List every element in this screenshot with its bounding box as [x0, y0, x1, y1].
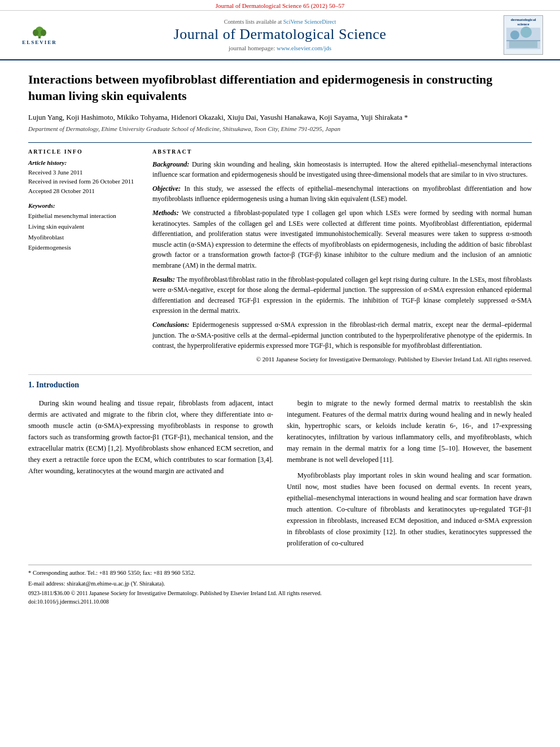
svg-point-5: [510, 30, 519, 40]
abstract-text: Background: During skin wounding and hea…: [152, 159, 532, 364]
homepage-label: journal homepage:: [229, 45, 275, 51]
intro-left-col: During skin wound healing and tissue rep…: [28, 397, 273, 553]
svg-point-6: [520, 27, 532, 38]
email-note: E-mail address: shirakat@m.ehime-u.ac.jp…: [28, 579, 532, 588]
introduction-section: 1. Introduction During skin wound healin…: [28, 381, 532, 553]
page-footer: * Corresponding author. Tel.: +81 89 960…: [28, 565, 532, 605]
elsevier-wordmark: ELSEVIER: [22, 40, 57, 45]
methods-label: Methods:: [152, 209, 179, 217]
keyword-3: Myofibroblast: [28, 232, 141, 243]
intro-p2-text: begin to migrate to the newly formed der…: [287, 397, 532, 465]
abstract-results: Results: The myofibroblast/fibroblast ra…: [152, 274, 532, 316]
keywords-block: Keywords: Epithelial mesenchymal interac…: [28, 202, 141, 253]
journal-title-area: Contents lists available at SciVerse Sci…: [68, 19, 492, 51]
elsevier-tree-icon: [31, 24, 48, 40]
cover-label: dermatological science: [505, 18, 541, 27]
introduction-body: During skin wound healing and tissue rep…: [28, 397, 532, 553]
section-divider: [28, 374, 532, 375]
introduction-title: 1. Introduction: [28, 381, 532, 390]
corresponding-author-note: * Corresponding author. Tel.: +81 89 960…: [28, 569, 532, 578]
keyword-1: Epithelial mesenchymal interaction: [28, 211, 141, 221]
intro-paragraph-1: During skin wound healing and tissue rep…: [28, 397, 273, 477]
background-label: Background:: [152, 160, 189, 168]
background-text: During skin wounding and healing, skin h…: [152, 160, 532, 179]
authors-text: Lujun Yang, Koji Hashimoto, Mikiko Tohya…: [28, 113, 408, 121]
cover-thumbnail-area: dermatological science: [492, 15, 543, 55]
accepted-date: Accepted 28 October 2011: [28, 186, 141, 196]
elsevier-logo: ELSEVIER: [17, 24, 62, 46]
abstract-copyright: © 2011 Japanese Society for Investigativ…: [152, 355, 532, 364]
abstract-objective: Objective: In this study, we assessed th…: [152, 184, 532, 204]
article-history-block: Article history: Received 3 June 2011 Re…: [28, 159, 141, 196]
sciverse-prefix: Contents lists available at: [224, 19, 282, 25]
article-info-abstract-section: ARTICLE INFO Article history: Received 3…: [28, 142, 532, 364]
keyword-4: Epidermogenesis: [28, 242, 141, 253]
authors-line: Lujun Yang, Koji Hashimoto, Mikiko Tohya…: [28, 112, 532, 123]
abstract-background: Background: During skin wounding and hea…: [152, 159, 532, 180]
objective-text: In this study, we assessed the effects o…: [152, 185, 532, 203]
methods-text: We constructed a fibroblast-populated ty…: [152, 209, 532, 269]
keyword-2: Living skin equivalent: [28, 221, 141, 232]
svg-point-2: [33, 29, 38, 36]
results-label: Results:: [152, 276, 175, 283]
intro-p1-text: During skin wound healing and tissue rep…: [28, 397, 273, 477]
svg-point-3: [41, 29, 46, 36]
history-label: Article history:: [28, 159, 141, 166]
homepage-url[interactable]: www.elsevier.com/jds: [277, 45, 331, 51]
received-date: Received 3 June 2011: [28, 168, 141, 177]
abstract-conclusions: Conclusions: Epidermogenesis suppressed …: [152, 320, 532, 351]
sciverse-line: Contents lists available at SciVerse Sci…: [68, 19, 492, 25]
elsevier-logo-area: ELSEVIER: [17, 24, 68, 46]
conclusions-label: Conclusions:: [152, 321, 189, 329]
article-info-column: ARTICLE INFO Article history: Received 3…: [28, 148, 141, 364]
conclusions-text: Epidermogenesis suppressed α-SMA express…: [152, 321, 532, 350]
intro-right-text: begin to migrate to the newly formed der…: [287, 397, 532, 549]
objective-label: Objective:: [152, 185, 181, 193]
bottom-copyright: 0923-1811/$36.00 © 2011 Japanese Society…: [28, 590, 532, 596]
intro-right-col: begin to migrate to the newly formed der…: [287, 397, 532, 553]
journal-homepage-line: journal homepage: www.elsevier.com/jds: [68, 45, 492, 51]
journal-main-title: Journal of Dermatological Science: [68, 26, 492, 43]
results-text: The myofibroblast/fibroblast ratio in th…: [152, 276, 532, 315]
intro-p3-text: Myofibroblasts play important roles in s…: [287, 470, 532, 549]
abstract-methods: Methods: We constructed a fibroblast-pop…: [152, 208, 532, 271]
doi-line: doi:10.1016/j.jdermsci.2011.10.008: [28, 599, 532, 605]
cover-thumbnail: dermatological science: [504, 15, 543, 55]
journal-reference-bar: Journal of Dermatological Science 65 (20…: [0, 0, 560, 11]
affiliation-line: Department of Dermatology, Ehime Univers…: [28, 125, 532, 132]
keywords-label: Keywords:: [28, 202, 141, 209]
svg-rect-8: [509, 41, 537, 48]
abstract-column: ABSTRACT Background: During skin woundin…: [152, 148, 532, 364]
main-content: Interactions between myofibroblast diffe…: [0, 60, 560, 565]
article-title: Interactions between myofibroblast diffe…: [28, 72, 532, 104]
journal-reference-text: Journal of Dermatological Science 65 (20…: [216, 2, 345, 9]
journal-header: ELSEVIER Contents lists available at Sci…: [0, 11, 560, 60]
sciverse-link[interactable]: SciVerse ScienceDirect: [283, 19, 336, 25]
section-title: Introduction: [36, 381, 79, 389]
revised-date: Received in revised form 26 October 2011: [28, 177, 141, 186]
section-number: 1.: [28, 381, 34, 389]
abstract-heading: ABSTRACT: [152, 148, 532, 155]
article-info-heading: ARTICLE INFO: [28, 148, 141, 155]
